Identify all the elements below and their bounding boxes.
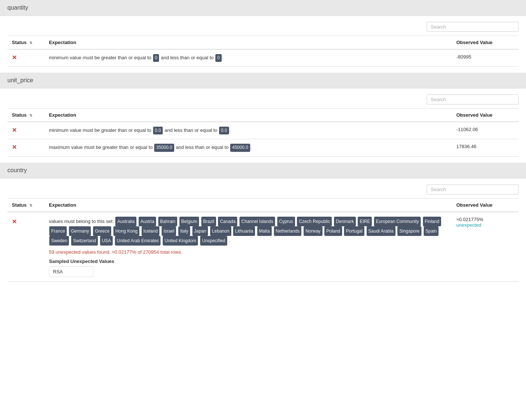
badge-00a: 0.0 <box>153 127 163 134</box>
section-quantity-header: quantity <box>0 0 526 16</box>
tag-european-community: European Community <box>374 217 421 226</box>
tag-portugal: Portugal <box>344 226 364 236</box>
country-search-input[interactable] <box>427 184 519 194</box>
observed-cell: 17836.46 <box>452 139 519 156</box>
tag-unspecified: Unspecified <box>200 236 227 246</box>
tag-denmark: Denmark <box>334 217 356 226</box>
tag-norway: Norway <box>304 226 322 236</box>
page-container: quantity Status ⇅ Expectation <box>0 0 526 288</box>
quantity-col-status: Status ⇅ <box>7 36 44 50</box>
tag-japan: Japan <box>192 226 208 236</box>
tag-poland: Poland <box>324 226 342 236</box>
expectation-cell: minimum value must be greater than or eq… <box>44 49 452 67</box>
tag-czech-republic: Czech Republic <box>297 217 332 226</box>
quantity-search-input[interactable] <box>427 22 519 32</box>
quantity-col-expectation: Expectation <box>44 36 452 50</box>
observed-cell: -11062.06 <box>452 122 519 139</box>
observed-cell: -80995 <box>452 49 519 67</box>
country-table: Status ⇅ Expectation Observed Value <box>7 198 519 282</box>
tag-netherlands: Netherlands <box>274 226 302 236</box>
observed-cell: ≈0.021775% unexpected <box>452 212 519 282</box>
prefix-text: values must belong to this set: <box>49 219 115 224</box>
fail-icon: ✕ <box>12 144 17 150</box>
section-country-header: country <box>0 163 526 179</box>
quantity-col-observed: Observed Value <box>452 36 519 50</box>
expectation-cell: values must belong to this set: Australi… <box>44 212 452 282</box>
country-col-observed: Observed Value <box>452 198 519 212</box>
section-unit-price-header: unit_price <box>0 73 526 89</box>
section-country-title: country <box>7 167 27 173</box>
tag-israel: Israel <box>162 226 176 236</box>
unit-price-table: Status ⇅ Expectation Observed Value <box>7 108 519 156</box>
unit-price-col-observed: Observed Value <box>452 109 519 122</box>
country-col-status: Status ⇅ <box>7 198 44 212</box>
sampled-value: RSA <box>49 266 93 277</box>
tag-switzerland: Switzerland <box>71 236 98 246</box>
tag-belgium: Belgium <box>179 217 199 226</box>
section-quantity: quantity Status ⇅ Expectation <box>0 0 526 73</box>
tag-uk: United Kingdom <box>163 236 198 246</box>
tag-bahrain: Bahrain <box>158 217 177 226</box>
quantity-table: Status ⇅ Expectation Observed Value <box>7 36 519 67</box>
unit-price-col-expectation: Expectation <box>44 109 452 122</box>
status-sort-icon-3[interactable]: ⇅ <box>29 203 32 207</box>
tag-iceland: Iceland <box>142 226 160 236</box>
tag-usa: USA <box>100 236 113 246</box>
unit-price-search-input[interactable] <box>427 94 519 104</box>
fail-icon: ✕ <box>12 54 17 61</box>
tag-eire: EIRE <box>358 217 372 226</box>
tag-finland: Finland <box>423 217 441 226</box>
tag-channel-islands: Channel Islands <box>239 217 275 226</box>
badge-45000: 45000.0 <box>230 144 250 151</box>
tag-singapore: Singapore <box>397 226 421 236</box>
tag-canada: Canada <box>218 217 237 226</box>
fail-icon: ✕ <box>12 127 17 133</box>
tag-greece: Greece <box>93 226 111 236</box>
tag-sweden: Sweden <box>49 236 69 246</box>
tag-germany: Germany <box>69 226 91 236</box>
tag-spain: Spain <box>424 226 439 236</box>
tag-france: France <box>49 226 67 236</box>
badge-00b: 0.0 <box>219 127 229 134</box>
tag-lithuania: Lithuania <box>233 226 255 236</box>
badge-0a: 0 <box>153 54 159 62</box>
tag-italy: Italy <box>178 226 190 236</box>
tag-uae: United Arab Emirates <box>115 236 161 246</box>
observed-unexpected-label: unexpected <box>456 222 481 228</box>
fail-icon: ✕ <box>12 219 17 225</box>
tag-cyprus: Cyprus <box>277 217 295 226</box>
table-row: ✕ minimum value must be greater than or … <box>7 49 519 67</box>
table-row: ✕ values must belong to this set: Austra… <box>7 212 519 282</box>
period-text: . <box>229 238 230 243</box>
unit-price-col-status: Status ⇅ <box>7 109 44 122</box>
country-col-expectation: Expectation <box>44 198 452 212</box>
section-country: country Status ⇅ Expectation <box>0 163 526 288</box>
tag-lebanon: Lebanon <box>210 226 231 236</box>
observed-percent: ≈0.021775% <box>456 217 483 222</box>
status-sort-icon-2[interactable]: ⇅ <box>29 113 32 117</box>
section-unit-price-title: unit_price <box>7 77 33 83</box>
table-row: ✕ minimum value must be greater than or … <box>7 122 519 139</box>
error-text: 59 unexpected values found. ≈0.02177% of… <box>49 249 447 255</box>
tag-australia: Australia <box>115 217 136 226</box>
expectation-cell: minimum value must be greater than or eq… <box>44 122 452 139</box>
tag-saudi-arabia: Saudi Arabia <box>367 226 396 236</box>
tag-malta: Malta <box>257 226 272 236</box>
tag-austria: Austria <box>139 217 156 226</box>
tag-hong-kong: Hong Kong <box>113 226 139 236</box>
section-quantity-title: quantity <box>7 4 28 11</box>
badge-35000: 35000.0 <box>154 144 174 151</box>
tag-brazil: Brazil <box>201 217 216 226</box>
tags-container: values must belong to this set: Australi… <box>49 217 447 246</box>
sampled-title: Sampled Unexpected Values <box>49 259 447 264</box>
table-row: ✕ maximum value must be greater than or … <box>7 139 519 156</box>
status-sort-icon[interactable]: ⇅ <box>29 41 32 45</box>
section-unit-price: unit_price Status ⇅ Expectation <box>0 73 526 162</box>
expectation-cell: maximum value must be greater than or eq… <box>44 139 452 156</box>
badge-0b: 0 <box>215 54 222 62</box>
